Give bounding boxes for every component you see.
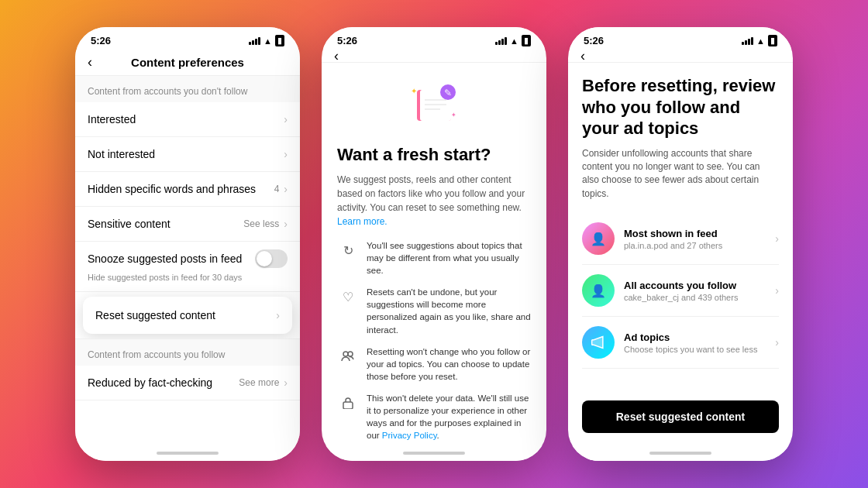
- signal-bars-1: [249, 37, 260, 45]
- status-bar-3: 5:26 ▲ ▮: [568, 27, 793, 50]
- signal-bar-3: [255, 39, 257, 45]
- feature-item-1: ♡ Resets can't be undone, but your sugge…: [337, 286, 531, 335]
- back-button-2[interactable]: ‹: [334, 48, 339, 64]
- signal-bar-2-2: [498, 40, 501, 45]
- feature-item-3: This won't delete your data. We'll still…: [337, 392, 531, 442]
- home-bar-3: [649, 452, 711, 455]
- chevron-sensitive: ›: [284, 218, 288, 230]
- feature-text-1: Resets can't be undone, but your suggest…: [367, 286, 531, 335]
- menu-item-interested[interactable]: Interested ›: [75, 102, 300, 137]
- status-time-3: 5:26: [584, 35, 604, 46]
- avatar-all-accounts: 👤: [582, 274, 615, 307]
- back-button-3[interactable]: ‹: [580, 48, 585, 64]
- feature-item-2: Resetting won't change who you follow or…: [337, 345, 531, 383]
- privacy-policy-link[interactable]: Privacy Policy: [382, 431, 437, 440]
- svg-rect-11: [343, 402, 353, 409]
- reset-suggested-content-button[interactable]: Reset suggested content: [582, 400, 779, 433]
- fresh-desc: We suggest posts, reels and other conten…: [337, 173, 531, 229]
- phone2-screen: ✎ ✦ ✦ Want a fresh start? We suggest pos…: [322, 63, 546, 445]
- sensitive-badge: See less: [243, 218, 279, 229]
- battery-icon-1: ▮: [275, 35, 284, 46]
- fresh-title: Want a fresh start?: [337, 145, 531, 165]
- fresh-desc-text: We suggest posts, reels and other conten…: [337, 174, 525, 213]
- battery-icon-3: ▮: [768, 35, 777, 46]
- nav-bar-2: ‹: [322, 50, 546, 63]
- phone-2: 5:26 ▲ ▮ ‹: [322, 27, 546, 461]
- nav-bar-3: ‹: [568, 50, 793, 63]
- chevron-review-2: ›: [775, 336, 779, 349]
- avatar-img-0: 👤: [582, 222, 615, 255]
- review-list: 👤 Most shown in feed pla.in.a.pod and 27…: [582, 213, 779, 393]
- toggle-snooze[interactable]: [255, 249, 288, 268]
- factchecking-badge: See more: [239, 377, 279, 388]
- status-icons-1: ▲ ▮: [249, 35, 284, 46]
- fresh-start-illustration: ✎ ✦ ✦: [403, 78, 465, 132]
- review-title: Before resetting, review who you follow …: [582, 75, 779, 139]
- signal-bar-2-1: [495, 42, 498, 45]
- review-item-0[interactable]: 👤 Most shown in feed pla.in.a.pod and 27…: [582, 213, 779, 265]
- factchecking-right: See more ›: [239, 376, 288, 389]
- not-interested-label: Not interested: [88, 148, 155, 160]
- svg-text:✎: ✎: [444, 88, 452, 98]
- review-item-sub-1: cake_baker_cj and 439 others: [624, 293, 766, 302]
- menu-item-factchecking[interactable]: Reduced by fact-checking See more ›: [75, 366, 300, 400]
- review-info-1: All accounts you follow cake_baker_cj an…: [624, 280, 766, 302]
- chevron-review-1: ›: [775, 284, 779, 297]
- hidden-words-right: 4 ›: [274, 183, 288, 195]
- home-bar-2: [403, 452, 465, 455]
- status-bar-1: 5:26 ▲ ▮: [75, 27, 300, 50]
- screen-1: ‹ Content preferences Content from accou…: [75, 50, 300, 445]
- status-icons-3: ▲ ▮: [742, 35, 777, 46]
- menu-item-not-interested[interactable]: Not interested ›: [75, 137, 300, 172]
- review-item-2[interactable]: Ad topics Choose topics you want to see …: [582, 317, 779, 369]
- factchecking-label: Reduced by fact-checking: [88, 376, 212, 389]
- svg-point-10: [348, 352, 353, 356]
- nav-title-1: Content preferences: [131, 56, 244, 69]
- nav-bar-1: ‹ Content preferences: [75, 50, 300, 76]
- review-desc: Consider unfollowing accounts that share…: [582, 147, 779, 201]
- avatar-most-shown: 👤: [582, 222, 615, 255]
- people-icon: [337, 345, 359, 367]
- lock-icon: [337, 392, 359, 414]
- status-icons-2: ▲ ▮: [495, 35, 531, 46]
- review-info-2: Ad topics Choose topics you want to see …: [624, 332, 766, 354]
- signal-bar-3-1: [742, 42, 744, 45]
- feature-item-0: ↻ You'll see suggestions about topics th…: [337, 239, 531, 277]
- sensitive-right: See less ›: [243, 218, 288, 230]
- review-item-sub-2: Choose topics you want to see less: [624, 345, 766, 354]
- reset-popup-label: Reset suggested content: [95, 309, 215, 321]
- home-indicator-1: [75, 445, 300, 461]
- interested-label: Interested: [88, 113, 136, 125]
- feature-list: ↻ You'll see suggestions about topics th…: [337, 239, 531, 442]
- signal-bar-2: [252, 40, 254, 45]
- wifi-icon-3: ▲: [756, 36, 765, 46]
- chevron-interested: ›: [284, 113, 288, 125]
- snooze-label: Snooze suggested posts in feed: [88, 253, 242, 265]
- refresh-icon: ↻: [337, 239, 359, 261]
- svg-text:✦: ✦: [451, 112, 456, 119]
- svg-point-9: [343, 352, 348, 356]
- chevron-reset: ›: [276, 309, 280, 321]
- chevron-not-interested: ›: [284, 148, 288, 160]
- menu-item-sensitive[interactable]: Sensitive content See less ›: [75, 207, 300, 242]
- hidden-words-label: Hidden specific words and phrases: [88, 183, 256, 195]
- back-button-1[interactable]: ‹: [88, 54, 92, 70]
- home-bar-1: [157, 452, 219, 455]
- learn-more-link[interactable]: Learn more.: [337, 216, 388, 227]
- megaphone-icon: [582, 326, 615, 359]
- signal-bars-2: [495, 37, 507, 45]
- feature-text-0: You'll see suggestions about topics that…: [367, 239, 531, 277]
- review-item-title-1: All accounts you follow: [624, 280, 766, 291]
- review-info-0: Most shown in feed pla.in.a.pod and 27 o…: [624, 228, 766, 250]
- avatar-img-1: 👤: [582, 274, 615, 307]
- chevron-hidden-words: ›: [284, 183, 288, 195]
- signal-bars-3: [742, 37, 753, 45]
- wifi-icon-1: ▲: [264, 36, 272, 46]
- phone-3: 5:26 ▲ ▮ ‹ Before resetting, review who …: [568, 27, 793, 461]
- section2-header: Content from accounts you follow: [75, 339, 300, 366]
- menu-item-hidden-words[interactable]: Hidden specific words and phrases 4 ›: [75, 172, 300, 207]
- reset-popup[interactable]: Reset suggested content ›: [83, 297, 292, 334]
- feature-text-2: Resetting won't change who you follow or…: [367, 345, 531, 383]
- review-item-1[interactable]: 👤 All accounts you follow cake_baker_cj …: [582, 265, 779, 317]
- signal-bar-4: [258, 37, 260, 45]
